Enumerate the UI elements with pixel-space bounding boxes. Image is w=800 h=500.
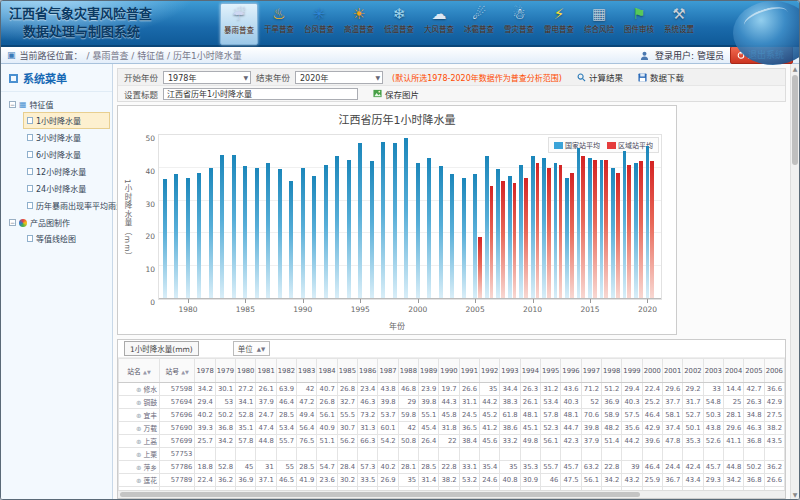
col-header-year[interactable]: 1978 bbox=[195, 359, 215, 383]
sort-select[interactable]: 单位 ▲▼ bbox=[233, 341, 270, 356]
value-cell bbox=[541, 448, 561, 461]
login-user-label: 登录用户: 管理员 bbox=[655, 49, 724, 62]
sidebar-group[interactable]: −▦特征值 bbox=[3, 96, 110, 112]
chart-title-input[interactable] bbox=[163, 88, 358, 100]
col-header-year[interactable]: 1988 bbox=[398, 359, 418, 383]
col-header-id[interactable]: 站号 ▲▼ bbox=[160, 359, 195, 383]
nav-item-lightning[interactable]: ⚡雷电普查 bbox=[540, 3, 578, 45]
station-name-cell[interactable]: ⊕万载 bbox=[119, 422, 160, 435]
col-header-year[interactable]: 1995 bbox=[541, 359, 561, 383]
station-name-cell[interactable]: ⊕铜鼓 bbox=[119, 396, 160, 409]
nav-item-drought[interactable]: ♨干旱普查 bbox=[260, 3, 298, 45]
nav-item-rainstorm[interactable]: ☔暴雨普查 bbox=[220, 3, 258, 45]
value-cell bbox=[622, 448, 642, 461]
col-header-year[interactable]: 1981 bbox=[256, 359, 276, 383]
nav-item-heat[interactable]: ☀高温普查 bbox=[340, 3, 378, 45]
nav-item-wind[interactable]: ☁大风普查 bbox=[420, 3, 458, 45]
vertical-scrollbar-thumb[interactable] bbox=[792, 75, 798, 165]
col-header-year[interactable]: 1998 bbox=[601, 359, 621, 383]
col-header-year[interactable]: 2006 bbox=[764, 359, 784, 383]
sidebar-group[interactable]: −产品图制作 bbox=[3, 214, 110, 230]
scroll-down-arrow[interactable]: ▼ bbox=[791, 490, 799, 499]
col-header-year[interactable]: 1991 bbox=[459, 359, 479, 383]
nav-item-map-review[interactable]: ⚑图件审核 bbox=[620, 3, 658, 45]
station-name-cell[interactable]: ⊕上高 bbox=[119, 435, 160, 448]
value-cell: 26.8 bbox=[317, 396, 337, 409]
table-row: ⊕萍乡5778618.852.845315528.554.728.457.340… bbox=[119, 461, 785, 474]
nav-item-hail[interactable]: ☄冰雹普查 bbox=[460, 3, 498, 45]
nav-item-settings[interactable]: ⚒系统设置 bbox=[660, 3, 698, 45]
tree-collapse-icon[interactable]: − bbox=[9, 101, 16, 108]
col-header-year[interactable]: 1999 bbox=[622, 359, 642, 383]
col-header-year[interactable]: 1982 bbox=[276, 359, 296, 383]
col-header-year[interactable]: 2004 bbox=[723, 359, 743, 383]
col-header-year[interactable]: 1979 bbox=[215, 359, 235, 383]
expand-icon[interactable]: ⊕ bbox=[136, 438, 141, 446]
col-header-year[interactable]: 1986 bbox=[358, 359, 378, 383]
value-cell: 45.4 bbox=[419, 422, 439, 435]
col-header-year[interactable]: 1984 bbox=[317, 359, 337, 383]
value-cell: 26.1 bbox=[256, 383, 276, 396]
sidebar-item[interactable]: 6小时降水量 bbox=[23, 146, 110, 163]
station-name-cell[interactable]: ⊕上栗 bbox=[119, 448, 160, 461]
end-year-select[interactable]: 2020年 ▼ bbox=[295, 71, 383, 84]
col-header-year[interactable]: 1985 bbox=[337, 359, 357, 383]
station-name-cell[interactable]: ⊕萍乡 bbox=[119, 461, 160, 474]
col-header-year[interactable]: 2003 bbox=[703, 359, 723, 383]
save-image-button[interactable]: 保存图片 bbox=[373, 88, 419, 100]
end-year-label: 结束年份 bbox=[256, 71, 290, 83]
tree-collapse-icon[interactable]: − bbox=[9, 219, 16, 226]
col-header-year[interactable]: 1994 bbox=[520, 359, 540, 383]
expand-icon[interactable]: ⊕ bbox=[136, 386, 141, 394]
sidebar-item[interactable]: 等值线绘图 bbox=[23, 230, 110, 247]
col-header-year[interactable]: 2002 bbox=[683, 359, 703, 383]
value-cell: 34.4 bbox=[500, 383, 520, 396]
expand-icon[interactable]: ⊕ bbox=[136, 399, 141, 407]
nav-item-freeze[interactable]: ❄低温普查 bbox=[380, 3, 418, 45]
value-cell: 30.2 bbox=[337, 474, 357, 487]
value-cell: 34.2 bbox=[195, 383, 215, 396]
vertical-scrollbar[interactable]: ▲ ▼ bbox=[790, 64, 799, 499]
sidebar-item[interactable]: 12小时降水量 bbox=[23, 163, 110, 180]
col-header-year[interactable]: 1990 bbox=[439, 359, 459, 383]
col-header-year[interactable]: 1992 bbox=[480, 359, 500, 383]
expand-icon[interactable]: ⊕ bbox=[136, 451, 141, 459]
sort-icons[interactable]: ▲▼ bbox=[181, 369, 189, 375]
calc-result-button[interactable]: 计算结果 bbox=[577, 71, 623, 83]
nav-item-typhoon[interactable]: ✳台风普查 bbox=[300, 3, 338, 45]
col-header-year[interactable]: 1997 bbox=[581, 359, 601, 383]
horizontal-scrollbar-thumb[interactable] bbox=[120, 492, 640, 497]
col-header-year[interactable]: 1980 bbox=[236, 359, 256, 383]
col-header-year[interactable]: 2001 bbox=[662, 359, 682, 383]
sidebar-item[interactable]: 24小时降水量 bbox=[23, 180, 110, 197]
unit-button[interactable]: 1小时降水量(mm) bbox=[124, 341, 199, 356]
data-download-button[interactable]: 数据下载 bbox=[638, 71, 684, 83]
col-header-station[interactable]: 站名 ▲▼ bbox=[119, 359, 160, 383]
col-header-year[interactable]: 1987 bbox=[378, 359, 398, 383]
expand-icon[interactable]: ⊕ bbox=[136, 425, 141, 433]
station-name-cell[interactable]: ⊕宜丰 bbox=[119, 409, 160, 422]
col-header-year[interactable]: 1993 bbox=[500, 359, 520, 383]
expand-icon[interactable]: ⊕ bbox=[136, 477, 141, 485]
col-header-year[interactable]: 1989 bbox=[419, 359, 439, 383]
col-header-year[interactable]: 2005 bbox=[744, 359, 764, 383]
x-tick bbox=[475, 299, 476, 303]
scroll-up-arrow[interactable]: ▲ bbox=[791, 64, 799, 73]
horizontal-scrollbar[interactable] bbox=[118, 490, 785, 498]
sidebar-item[interactable]: 1小时降水量 bbox=[23, 112, 110, 129]
col-header-year[interactable]: 1996 bbox=[561, 359, 581, 383]
col-header-year[interactable]: 2000 bbox=[642, 359, 662, 383]
sidebar-item[interactable]: 历年暴雨出现率平均雨量 bbox=[23, 197, 110, 214]
sort-icons[interactable]: ▲▼ bbox=[143, 369, 151, 375]
col-header-year[interactable]: 1983 bbox=[297, 359, 317, 383]
station-name-cell[interactable]: ⊕莲花 bbox=[119, 474, 160, 487]
start-year-select[interactable]: 1978年 ▼ bbox=[163, 71, 251, 84]
station-name-cell[interactable]: ⊕修水 bbox=[119, 383, 160, 396]
bar-national bbox=[381, 142, 385, 298]
expand-icon[interactable]: ⊕ bbox=[136, 464, 141, 472]
expand-icon[interactable]: ⊕ bbox=[136, 412, 141, 420]
nav-item-calculator[interactable]: ▦综合风险 bbox=[580, 3, 618, 45]
sidebar-item[interactable]: 3小时降水量 bbox=[23, 129, 110, 146]
page-icon bbox=[27, 202, 33, 209]
nav-item-snow[interactable]: ☃雪灾普查 bbox=[500, 3, 538, 45]
